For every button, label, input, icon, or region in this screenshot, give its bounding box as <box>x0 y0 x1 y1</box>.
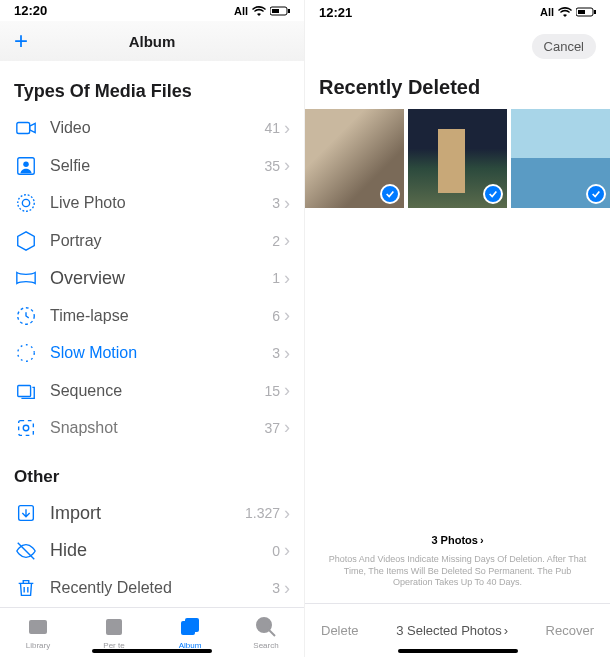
row-label: Live Photo <box>50 194 272 212</box>
photo-count: 3 Photos › <box>431 534 483 546</box>
svg-point-12 <box>23 425 29 431</box>
photo-thumbnail[interactable] <box>305 109 404 208</box>
row-slowmotion[interactable]: Slow Motion 3 › <box>0 334 304 371</box>
page-title: Recently Deleted <box>305 68 610 109</box>
tab-foryou[interactable]: Per te <box>76 615 152 650</box>
row-label: Import <box>50 503 245 524</box>
row-label: Sequence <box>50 382 264 400</box>
svg-point-7 <box>18 195 35 212</box>
nav-header: Cancel <box>305 24 610 68</box>
chevron-right-icon: › <box>284 380 290 401</box>
svg-rect-3 <box>17 123 30 134</box>
photo-grid <box>305 109 610 208</box>
burst-icon <box>14 379 38 403</box>
row-selfie[interactable]: Selfie 35 › <box>0 147 304 184</box>
recently-deleted-screen: 12:21 All Cancel Recently Deleted 3 Phot… <box>305 0 610 657</box>
delete-button[interactable]: Delete <box>321 623 359 638</box>
row-import[interactable]: Import 1.327 › <box>0 495 304 532</box>
row-label: Video <box>50 119 264 137</box>
chevron-right-icon: › <box>284 193 290 214</box>
row-livephoto[interactable]: Live Photo 3 › <box>0 185 304 222</box>
chevron-right-icon: › <box>284 230 290 251</box>
video-icon <box>14 116 38 140</box>
row-label: Portray <box>50 232 272 250</box>
svg-point-19 <box>257 618 271 632</box>
chevron-right-icon: › <box>284 503 290 524</box>
row-video[interactable]: Video 41 › <box>0 110 304 147</box>
add-button[interactable]: + <box>14 27 28 55</box>
selected-check-icon <box>586 184 606 204</box>
timelapse-icon <box>14 304 38 328</box>
chevron-right-icon: › <box>284 305 290 326</box>
home-indicator[interactable] <box>92 649 212 653</box>
status-indicators: All <box>234 5 290 17</box>
search-icon <box>254 615 278 639</box>
cancel-button[interactable]: Cancel <box>532 34 596 59</box>
chevron-right-icon: › <box>284 417 290 438</box>
chevron-right-icon: › <box>284 343 290 364</box>
chevron-right-icon: › <box>480 534 484 546</box>
row-timelapse[interactable]: Time-lapse 6 › <box>0 297 304 334</box>
footer-note: Photos And Videos Indicate Missing Days … <box>325 554 590 589</box>
row-sequence[interactable]: Sequence 15 › <box>0 372 304 409</box>
svg-rect-2 <box>288 9 290 13</box>
hidden-icon <box>14 539 38 563</box>
tab-search[interactable]: Search <box>228 615 304 650</box>
row-label: Snapshot <box>50 419 264 437</box>
trash-icon <box>14 576 38 600</box>
selection-count: 3 Selected Photos › <box>396 623 508 638</box>
svg-rect-10 <box>18 385 31 396</box>
types-section-header: Types Of Media Files <box>0 61 304 110</box>
row-snapshot[interactable]: Snapshot 37 › <box>0 409 304 446</box>
wifi-icon <box>252 6 266 16</box>
photo-thumbnail[interactable] <box>511 109 610 208</box>
row-label: Selfie <box>50 157 264 175</box>
row-label: Recently Deleted <box>50 579 272 597</box>
foryou-icon <box>102 615 126 639</box>
battery-icon <box>270 6 290 16</box>
row-overview[interactable]: Overview 1 › <box>0 259 304 296</box>
battery-icon <box>576 7 596 17</box>
svg-point-6 <box>22 200 29 207</box>
svg-line-20 <box>269 630 275 636</box>
recover-button[interactable]: Recover <box>546 623 594 638</box>
svg-rect-16 <box>106 619 122 635</box>
chevron-right-icon: › <box>284 540 290 561</box>
tab-album[interactable]: Album <box>152 615 228 650</box>
row-label: Time-lapse <box>50 307 272 325</box>
page-title: Album <box>129 33 176 50</box>
svg-rect-15 <box>29 620 47 634</box>
status-bar: 12:21 All <box>305 0 610 24</box>
panorama-icon <box>14 266 38 290</box>
row-hide[interactable]: Hide 0 › <box>0 532 304 569</box>
livephoto-icon <box>14 191 38 215</box>
footer-info: 3 Photos › Photos And Videos Indicate Mi… <box>305 520 610 589</box>
row-recently-deleted[interactable]: Recently Deleted 3 › <box>0 570 304 607</box>
svg-point-9 <box>18 345 35 362</box>
status-time: 12:21 <box>319 5 352 20</box>
chevron-right-icon: › <box>284 155 290 176</box>
portrait-icon <box>14 229 38 253</box>
selfie-icon <box>14 154 38 178</box>
photo-thumbnail[interactable] <box>408 109 507 208</box>
selected-check-icon <box>380 184 400 204</box>
svg-rect-1 <box>272 9 279 13</box>
chevron-right-icon: › <box>504 623 508 638</box>
nav-header: + Album <box>0 21 304 60</box>
album-icon <box>178 615 202 639</box>
other-section-header: Other <box>0 447 304 495</box>
screenshot-icon <box>14 416 38 440</box>
chevron-right-icon: › <box>284 118 290 139</box>
status-time: 12:20 <box>14 3 47 18</box>
status-bar: 12:20 All <box>0 0 304 21</box>
chevron-right-icon: › <box>284 578 290 599</box>
library-icon <box>26 615 50 639</box>
import-icon <box>14 501 38 525</box>
home-indicator[interactable] <box>398 649 518 653</box>
album-screen: 12:20 All + Album Types Of Media Files V… <box>0 0 305 657</box>
row-label: Hide <box>50 540 272 561</box>
svg-rect-11 <box>19 421 34 436</box>
row-portray[interactable]: Portray 2 › <box>0 222 304 259</box>
tab-library[interactable]: Library <box>0 615 76 650</box>
svg-rect-18 <box>185 618 199 632</box>
